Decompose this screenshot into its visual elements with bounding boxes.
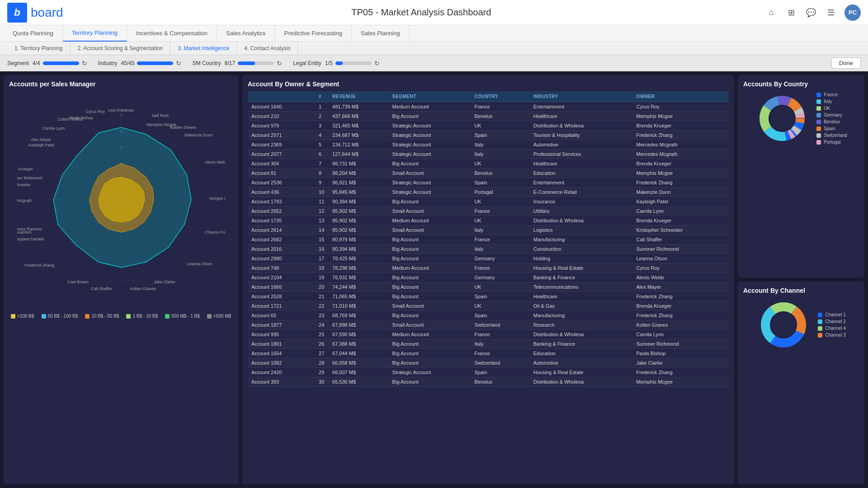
cell-industry: Distribution & Wholesa: [530, 377, 633, 387]
table-row[interactable]: Account 1721 22 71,010 M$ Small Account …: [248, 301, 729, 311]
table-row[interactable]: Account 2420 29 66,007 M$ Strategic Acco…: [248, 368, 729, 377]
svg-point-71: [771, 312, 796, 338]
nav-item-sales-planning[interactable]: Sales Planning: [352, 25, 410, 42]
nav-item-sales-analytics[interactable]: Sales Analytics: [217, 25, 275, 42]
table-row[interactable]: Account 2528 21 71,065 M$ Big Account Sp…: [248, 292, 729, 301]
table-row[interactable]: Account 81 8 98,204 M$ Small Account Ben…: [248, 169, 729, 178]
table-row[interactable]: Account 2369 5 134,712 M$ Strategic Acco…: [248, 140, 729, 150]
subnav-account-scoring[interactable]: 2. Account Scoring & Segmentation: [71, 42, 171, 55]
nav-item-quota[interactable]: Quota Planning: [4, 25, 63, 42]
filter-industry-bar: [137, 61, 173, 65]
cell-segment: Small Account: [389, 225, 471, 235]
table-row[interactable]: Account 1640 1 481,739 M$ Medium Account…: [248, 102, 729, 112]
subnav-territory-planning[interactable]: 1. Territory Planning: [7, 42, 71, 55]
svg-text:Kaiden Downs: Kaiden Downs: [170, 125, 197, 130]
table-row[interactable]: Account 210 2 437,666 M$ Big Account Ben…: [248, 112, 729, 121]
middle-panel-title: Account By Owner & Segment: [248, 80, 729, 88]
account-table-scroll[interactable]: # REVENUE SEGMENT COUNTRY INDUSTRY OWNER…: [248, 91, 729, 479]
cell-revenue: 134,712 M$: [329, 140, 389, 150]
cell-account-name: Account 1735: [248, 216, 315, 225]
filter-industry-value: 45/45: [121, 60, 134, 66]
nav-item-predictive[interactable]: Predictive Forecasting: [275, 25, 352, 42]
table-row[interactable]: Account 1801 26 67,388 M$ Big Account It…: [248, 339, 729, 349]
cell-country: UK: [471, 197, 529, 206]
legend-label-5: <500 M$: [213, 314, 231, 319]
country-dot-germany: [816, 113, 821, 117]
col-header-name: [248, 91, 315, 102]
sm-country-refresh-icon[interactable]: ↻: [277, 60, 282, 67]
country-dot-switzerland: [816, 133, 821, 138]
country-donut-svg: [755, 91, 809, 145]
table-row[interactable]: Account 2614 14 85,902 M$ Small Account …: [248, 225, 729, 235]
main-content: Accounts per Sales Manager 35 30 25 20 1…: [0, 71, 868, 488]
table-row[interactable]: Account 2682 15 80,979 M$ Big Account Fr…: [248, 235, 729, 244]
menu-icon[interactable]: ☰: [825, 6, 837, 19]
country-legend: France Italy UK Germany: [816, 92, 847, 145]
legend-item-1: 50 B$ - 100 B$: [42, 314, 78, 319]
subnav-market-intelligence[interactable]: 3. Market Intelligence: [170, 42, 237, 55]
table-row[interactable]: Account 65 23 68,769 M$ Big Account Spai…: [248, 311, 729, 320]
cell-segment: Small Account: [389, 169, 471, 178]
legend-item-2: 10 B$ - 50 B$: [85, 314, 119, 319]
table-row[interactable]: Account 1666 20 74,244 M$ Big Account UK…: [248, 282, 729, 292]
cell-segment: Big Account: [389, 112, 471, 121]
cell-country: UK: [471, 301, 529, 311]
home-icon[interactable]: ⌂: [765, 6, 778, 19]
svg-text:Kolten Graves: Kolten Graves: [130, 286, 156, 291]
nav-item-territory[interactable]: Territory Planning: [63, 25, 127, 42]
table-row[interactable]: Account 1735 13 85,902 M$ Medium Account…: [248, 216, 729, 225]
industry-refresh-icon[interactable]: ↻: [176, 60, 181, 67]
cell-industry: Distribution & Wholesa: [530, 121, 633, 131]
filter-sm-country[interactable]: SM Country 8/17 ↻: [192, 60, 282, 67]
table-row[interactable]: Account 304 7 98,731 M$ Big Account UK H…: [248, 159, 729, 169]
subnav-contact-analysis[interactable]: 4. Contact Analysis: [237, 42, 298, 55]
table-row[interactable]: Account 383 30 65,530 M$ Big Account Ben…: [248, 377, 729, 387]
cell-industry: Automotive: [530, 140, 633, 150]
cell-num: 3: [315, 121, 329, 131]
cell-owner: Summer Richmond: [633, 244, 729, 254]
grid-icon[interactable]: ⊞: [785, 6, 797, 19]
table-row[interactable]: Account 979 3 321,465 M$ Strategic Accou…: [248, 121, 729, 131]
cell-country: Spain: [471, 311, 529, 320]
table-row[interactable]: Account 1793 11 90,384 M$ Big Account UK…: [248, 197, 729, 206]
table-row[interactable]: Account 2536 9 96,921 M$ Strategic Accou…: [248, 178, 729, 188]
channel-legend-3: Channel 3: [818, 333, 846, 338]
country-label-switzerland: Switzerland: [824, 133, 847, 138]
filter-industry[interactable]: Industry 45/45 ↻: [98, 60, 182, 67]
table-row[interactable]: Account 2571 4 234,687 M$ Strategic Acco…: [248, 131, 729, 140]
cell-industry: Distribution & Wholesa: [530, 216, 633, 225]
avatar[interactable]: PC: [844, 5, 861, 21]
table-row[interactable]: Account 2077 6 127,644 M$ Strategic Acco…: [248, 150, 729, 159]
table-row[interactable]: Account 748 18 78,298 M$ Medium Account …: [248, 263, 729, 273]
cell-country: UK: [471, 282, 529, 292]
filter-legal-entity[interactable]: Legal Entity 1/5 ↻: [293, 60, 379, 67]
table-row[interactable]: Account 2016 16 80,394 M$ Big Account It…: [248, 244, 729, 254]
table-row[interactable]: Account 2980 17 78,425 M$ Big Account Ge…: [248, 254, 729, 263]
segment-refresh-icon[interactable]: ↻: [82, 60, 87, 67]
cell-account-name: Account 1793: [248, 197, 315, 206]
cell-country: France: [471, 330, 529, 339]
chat-icon[interactable]: 💬: [805, 6, 817, 19]
table-row[interactable]: Account 1877 24 67,898 M$ Small Account …: [248, 320, 729, 330]
table-row[interactable]: Account 2652 12 85,902 M$ Small Account …: [248, 206, 729, 216]
cell-account-name: Account 2536: [248, 178, 315, 188]
svg-text:Camila Lynn: Camila Lynn: [42, 126, 65, 131]
filter-segment-value: 4/4: [33, 60, 40, 66]
table-row[interactable]: Account 436 10 95,845 M$ Strategic Accou…: [248, 188, 729, 197]
table-row[interactable]: Account 1082 28 66,658 M$ Big Account Sw…: [248, 358, 729, 368]
cell-num: 15: [315, 235, 329, 244]
legend-dot-2: [85, 314, 90, 319]
cell-country: France: [471, 206, 529, 216]
cell-owner: Leanna Olson: [633, 254, 729, 263]
filter-segment[interactable]: Segment 4/4 ↻: [7, 60, 87, 67]
cell-revenue: 67,898 M$: [329, 320, 389, 330]
nav-item-incentives[interactable]: Incentives & Compensation: [127, 25, 217, 42]
legal-entity-refresh-icon[interactable]: ↻: [374, 60, 380, 67]
table-row[interactable]: Account 2104 19 76,931 M$ Big Account Ge…: [248, 273, 729, 282]
done-button[interactable]: Done: [831, 57, 861, 69]
table-row[interactable]: Account 1654 27 67,044 M$ Big Account Fr…: [248, 349, 729, 358]
cell-owner: Memphis Mcgee: [633, 377, 729, 387]
cell-country: Italy: [471, 244, 529, 254]
table-row[interactable]: Account 995 25 67,590 M$ Medium Account …: [248, 330, 729, 339]
cell-owner: Camila Lynn: [633, 330, 729, 339]
